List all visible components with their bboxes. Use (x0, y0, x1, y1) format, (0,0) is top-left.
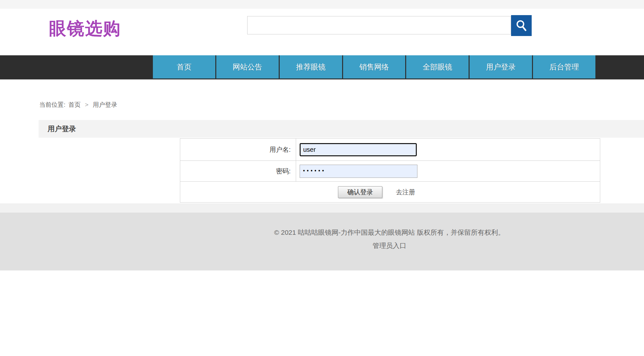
nav-items: 首页 网站公告 推荐眼镜 销售网络 全部眼镜 用户登录 后台管理 (153, 55, 595, 78)
login-form: 用户名: 密码: 确认登录 去注册 (180, 138, 600, 203)
confirm-login-button[interactable]: 确认登录 (338, 186, 382, 198)
username-row: 用户名: (180, 139, 600, 161)
site-logo[interactable]: 眼镜选购 (49, 18, 121, 39)
nav-item-admin[interactable]: 后台管理 (533, 55, 595, 78)
username-label: 用户名: (180, 139, 296, 160)
go-register-link[interactable]: 去注册 (396, 188, 415, 196)
top-strip (0, 0, 644, 9)
main-navbar: 首页 网站公告 推荐眼镜 销售网络 全部眼镜 用户登录 后台管理 (0, 55, 644, 79)
nav-item-recommended[interactable]: 推荐眼镜 (280, 55, 342, 78)
footer: © 2021 咕咕咕眼镜网-力作中国最大的眼镜网站 版权所有，并保留所有权利。 … (0, 213, 644, 270)
password-input[interactable] (300, 165, 417, 178)
nav-item-announcements[interactable]: 网站公告 (216, 55, 279, 78)
breadcrumb-prefix: 当前位置: (39, 101, 65, 108)
breadcrumb: 当前位置: 首页 > 用户登录 (39, 101, 118, 109)
nav-item-home[interactable]: 首页 (153, 55, 215, 78)
password-label: 密码: (180, 161, 296, 181)
admin-entrance-link[interactable]: 管理员入口 (373, 241, 406, 250)
copyright-text: © 2021 咕咕咕眼镜网-力作中国最大的眼镜网站 版权所有，并保留所有权利。 (135, 228, 644, 237)
nav-item-all-glasses[interactable]: 全部眼镜 (406, 55, 469, 78)
password-row: 密码: (180, 161, 600, 182)
page: 眼镜选购 首页 网站公告 推荐眼镜 销售网络 全部眼镜 用户登录 后台管理 当前… (0, 0, 644, 356)
actions-row: 确认登录 去注册 (180, 182, 600, 202)
nav-item-user-login[interactable]: 用户登录 (470, 55, 532, 78)
content-footer-divider (0, 204, 644, 213)
username-input[interactable] (300, 143, 417, 156)
login-section-title: 用户登录 (39, 120, 644, 138)
search-button[interactable] (511, 15, 532, 36)
password-field-cell (296, 165, 600, 178)
breadcrumb-current: 用户登录 (93, 101, 117, 108)
breadcrumb-home-link[interactable]: 首页 (69, 101, 81, 108)
search-icon (515, 19, 528, 32)
login-section-header: 用户登录 (39, 120, 644, 138)
search-input[interactable] (247, 16, 511, 34)
footer-inner: © 2021 咕咕咕眼镜网-力作中国最大的眼镜网站 版权所有，并保留所有权利。 … (135, 228, 644, 250)
username-field-cell (296, 143, 600, 156)
nav-item-sales-network[interactable]: 销售网络 (343, 55, 406, 78)
breadcrumb-separator-icon: > (85, 101, 89, 108)
